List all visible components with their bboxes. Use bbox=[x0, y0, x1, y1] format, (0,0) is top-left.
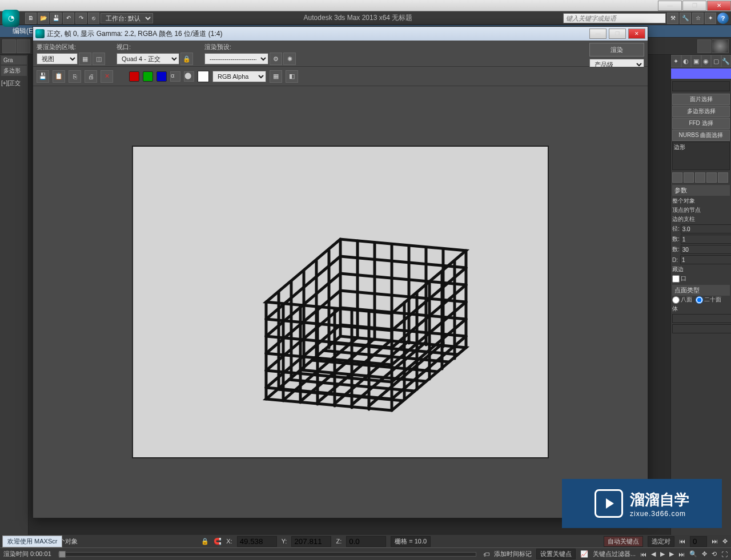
time-tag-icon[interactable]: 🏷 bbox=[483, 551, 489, 558]
key-graph-icon[interactable]: 📈 bbox=[580, 550, 588, 558]
save-image-icon[interactable]: 💾 bbox=[37, 70, 49, 83]
lock-viewport-icon[interactable]: 🔒 bbox=[180, 53, 193, 65]
maximize-button[interactable]: ❐ bbox=[682, 1, 706, 11]
sides-input[interactable] bbox=[681, 245, 731, 254]
tool-move-icon[interactable] bbox=[17, 39, 30, 53]
util3-icon[interactable]: ☆ bbox=[692, 13, 704, 24]
segs-input[interactable] bbox=[681, 235, 731, 244]
bg-color-swatch[interactable] bbox=[198, 71, 209, 82]
params-header[interactable]: 参数 bbox=[672, 185, 730, 196]
tab-create-icon[interactable]: ✦ bbox=[671, 55, 681, 67]
rendered-image[interactable] bbox=[132, 146, 549, 458]
minimize-button[interactable]: — bbox=[658, 1, 682, 11]
viewport-select[interactable]: Quad 4 - 正交 bbox=[117, 53, 179, 65]
app-logo-icon[interactable]: ◔ bbox=[2, 10, 19, 27]
autokey-button[interactable]: 自动关键点 bbox=[604, 536, 643, 547]
object-color-swatch[interactable] bbox=[671, 69, 731, 79]
selected-kf[interactable]: 选定对 bbox=[648, 536, 674, 547]
env-icon[interactable]: ✺ bbox=[283, 53, 296, 65]
preset-select[interactable]: ----------------------- bbox=[204, 53, 268, 65]
open-icon[interactable]: 📂 bbox=[38, 13, 49, 24]
area-select[interactable]: 视图 bbox=[37, 53, 78, 65]
time-slider[interactable] bbox=[58, 552, 476, 557]
stack-btn2-icon[interactable] bbox=[684, 172, 694, 183]
radio-octa[interactable] bbox=[672, 296, 680, 304]
render-button[interactable]: 渲染 bbox=[589, 43, 644, 57]
area-crop-icon[interactable]: ◫ bbox=[93, 53, 105, 65]
clear-icon[interactable]: ✕ bbox=[101, 70, 113, 83]
clone-image-icon[interactable]: ⎘ bbox=[69, 70, 81, 83]
tab-utilities-icon[interactable]: 🔧 bbox=[721, 55, 732, 67]
coord-y-input[interactable] bbox=[291, 536, 331, 547]
dialog-titlebar[interactable]: 正交, 帧 0, 显示 Gamma: 2.2, RGBA 颜色 16 位/通道 … bbox=[33, 27, 648, 41]
lock-icon[interactable]: 🔒 bbox=[201, 538, 209, 545]
modifier-stack[interactable]: 边形 bbox=[672, 142, 730, 170]
stack-btn3-icon[interactable] bbox=[695, 172, 705, 183]
channel-select[interactable]: RGB Alpha bbox=[212, 71, 266, 82]
left-tab-poly[interactable]: 多边形 bbox=[1, 66, 27, 76]
red-channel-icon[interactable] bbox=[129, 71, 139, 82]
time-slider-handle[interactable] bbox=[59, 551, 66, 558]
save-icon[interactable]: 💾 bbox=[50, 13, 62, 24]
util4-icon[interactable]: ✦ bbox=[705, 13, 716, 24]
radius-input[interactable] bbox=[681, 224, 731, 233]
coord-x-input[interactable] bbox=[237, 536, 277, 547]
welcome-tab[interactable]: 欢迎使用 MAXScr bbox=[2, 535, 62, 547]
coord-z-input[interactable] bbox=[346, 536, 386, 547]
btn-face-select[interactable]: 面片选择 bbox=[672, 94, 730, 105]
nav-pan-icon[interactable]: ✥ bbox=[702, 550, 707, 558]
btn-poly-select[interactable]: 多边形选择 bbox=[672, 106, 730, 117]
print-icon[interactable]: 🖨 bbox=[85, 70, 97, 83]
snap-icon[interactable]: 🧲 bbox=[214, 538, 222, 545]
add-time-tag[interactable]: 添加时间标记 bbox=[494, 550, 532, 558]
tab-modify-icon[interactable]: ◐ bbox=[681, 55, 692, 67]
nav-icon[interactable]: ✥ bbox=[722, 538, 728, 545]
tab-display-icon[interactable]: ▢ bbox=[711, 55, 721, 67]
new-icon[interactable]: 🗎 bbox=[25, 13, 37, 24]
util1-icon[interactable]: ⚒ bbox=[667, 13, 678, 24]
stack-btn1-icon[interactable] bbox=[672, 172, 682, 183]
util2-icon[interactable]: 🔧 bbox=[680, 13, 691, 24]
render-setup-icon[interactable]: ⚙ bbox=[270, 53, 282, 65]
left-tab-graphite[interactable]: Gra bbox=[1, 56, 27, 65]
play-icon[interactable]: ▶ bbox=[660, 550, 665, 558]
help-icon[interactable]: ? bbox=[717, 13, 729, 24]
blue-channel-icon[interactable] bbox=[156, 71, 167, 82]
close-button[interactable]: ✕ bbox=[707, 1, 731, 11]
mono-channel-icon[interactable]: ⬤ bbox=[184, 71, 194, 82]
modifier-dropdown[interactable] bbox=[672, 81, 730, 91]
dialog-close-button[interactable]: ✕ bbox=[628, 29, 645, 39]
dialog-minimize-button[interactable]: — bbox=[589, 29, 607, 39]
frame-input[interactable] bbox=[690, 536, 707, 547]
dialog-maximize-button[interactable]: ❐ bbox=[609, 29, 626, 39]
green-channel-icon[interactable] bbox=[143, 71, 153, 82]
nav-orbit-icon[interactable]: ⟲ bbox=[712, 550, 717, 558]
btn-ffd-select[interactable]: FFD 选择 bbox=[672, 118, 730, 129]
nav-zoom-icon[interactable]: 🔍 bbox=[689, 550, 697, 558]
nav-max-icon[interactable]: ⛶ bbox=[721, 551, 728, 558]
tab-hierarchy-icon[interactable]: ▣ bbox=[691, 55, 701, 67]
overlay2-icon[interactable]: ◧ bbox=[286, 70, 298, 83]
radio-icosa[interactable] bbox=[696, 296, 703, 304]
redo-icon[interactable]: ↷ bbox=[75, 13, 87, 24]
btn-nurbs-select[interactable]: NURBS 曲面选择 bbox=[672, 130, 730, 141]
play-next-icon[interactable]: ▶ bbox=[669, 550, 674, 558]
key-filter-button[interactable]: 关键点过滤器... bbox=[593, 550, 636, 558]
keyframe-next-icon[interactable]: ⏭ bbox=[712, 538, 718, 545]
tool-teapot-icon[interactable] bbox=[712, 39, 729, 53]
alpha-channel-icon[interactable]: α bbox=[170, 71, 180, 82]
blank-checkbox[interactable] bbox=[672, 275, 680, 283]
area-edit-icon[interactable]: ▦ bbox=[79, 53, 91, 65]
tool-render-icon[interactable] bbox=[697, 39, 711, 53]
tool-select-icon[interactable] bbox=[2, 39, 16, 53]
keyframe-prev-icon[interactable]: ⏮ bbox=[679, 538, 685, 545]
overlay1-icon[interactable]: ▦ bbox=[270, 70, 282, 83]
link-icon[interactable]: ⎋ bbox=[88, 13, 99, 24]
undo-icon[interactable]: ↶ bbox=[63, 13, 74, 24]
tab-motion-icon[interactable]: ◉ bbox=[701, 55, 712, 67]
extra-spinner2[interactable] bbox=[672, 324, 731, 333]
d-input[interactable] bbox=[680, 255, 731, 264]
set-key-button[interactable]: 设置关键点 bbox=[536, 549, 576, 559]
search-input[interactable] bbox=[563, 13, 666, 23]
copy-image-icon[interactable]: 📋 bbox=[53, 70, 65, 83]
